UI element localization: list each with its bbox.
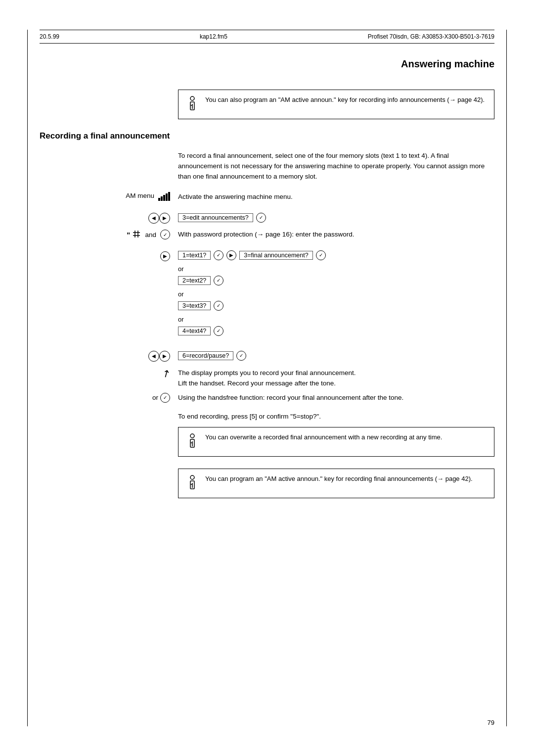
info-icon-3 bbox=[185, 475, 199, 493]
right-border bbox=[506, 30, 507, 726]
play-text1[interactable]: ▶ bbox=[226, 250, 236, 260]
header-product: Profiset 70isdn, GB: A30853-X300-B501-3-… bbox=[368, 33, 494, 40]
info-box-2-text: You can overwrite a recorded final annou… bbox=[205, 432, 442, 442]
step-handsfree-right: Using the handsfree function: record you… bbox=[178, 392, 494, 403]
display-text4: 4=text4? bbox=[178, 327, 211, 335]
header: 20.5.99 kap12.fm5 Profiset 70isdn, GB: A… bbox=[40, 30, 494, 44]
info-box-1: You can also program an "AM active annou… bbox=[178, 90, 494, 119]
left-arrow-btn-2[interactable]: ◀ bbox=[148, 351, 159, 362]
display-text3: 3=text3? bbox=[178, 301, 211, 310]
step-text-options: ▶ 1=text1? ✓ ▶ 3=final announcement? ✓ o… bbox=[40, 249, 494, 338]
hash-icon: " bbox=[127, 231, 130, 239]
handset-line2: Lift the handset. Record your message af… bbox=[178, 378, 336, 389]
svg-point-0 bbox=[190, 96, 194, 100]
left-border bbox=[27, 30, 28, 726]
or-1: or bbox=[178, 265, 184, 273]
page: 20.5.99 kap12.fm5 Profiset 70isdn, GB: A… bbox=[0, 0, 534, 756]
step-handsfree-left: or ✓ bbox=[40, 392, 178, 403]
hash-grid bbox=[132, 230, 141, 240]
step-handset-right: The display prompts you to record your f… bbox=[178, 367, 494, 389]
am-menu-text: Activate the answering machine menu. bbox=[178, 192, 293, 202]
and-text: and bbox=[145, 231, 156, 238]
handset-line1: The display prompts you to record your f… bbox=[178, 368, 356, 378]
info-box-3: You can program an "AM active announ." k… bbox=[178, 469, 494, 498]
confirm-btn-3edit[interactable]: ✓ bbox=[256, 213, 266, 223]
signal-bars bbox=[158, 192, 170, 201]
text1-row: 1=text1? ✓ ▶ 3=final announcement? ✓ bbox=[178, 250, 326, 260]
page-number: 79 bbox=[488, 719, 494, 726]
step-nav-3edit: ◀ ▶ 3=edit announcements? ✓ bbox=[40, 212, 494, 226]
or-2: or bbox=[178, 290, 184, 298]
handset-icon: ↗ bbox=[159, 366, 173, 380]
step-am-menu-right: Activate the answering machine menu. bbox=[178, 191, 494, 202]
info-icon-2 bbox=[185, 433, 199, 451]
step-hash-confirm: " and ✓ With password protection (→ page… bbox=[40, 229, 494, 242]
step-nav-3edit-right: 3=edit announcements? ✓ bbox=[178, 212, 494, 223]
left-arrow-btn[interactable]: ◀ bbox=[148, 213, 159, 224]
text2-row: 2=text2? ✓ bbox=[178, 276, 223, 285]
info-box-1-text: You can also program an "AM active annou… bbox=[205, 95, 485, 105]
page-title: Answering machine bbox=[40, 58, 494, 75]
step-handsfree: or ✓ Using the handsfree function: recor… bbox=[40, 392, 494, 406]
confirm-stop-text: To end recording, press [5] or confirm "… bbox=[178, 413, 494, 420]
play-btn[interactable]: ▶ bbox=[160, 251, 170, 261]
display-text1: 1=text1? bbox=[178, 251, 211, 260]
step-text-options-left: ▶ bbox=[40, 249, 178, 261]
display-record: 6=record/pause? bbox=[178, 351, 233, 360]
step-hash-confirm-left: " and ✓ bbox=[40, 229, 178, 240]
step-am-menu-left: AM menu bbox=[40, 191, 178, 201]
right-arrow-btn-2[interactable]: ▶ bbox=[159, 351, 170, 362]
or-3: or bbox=[178, 316, 184, 323]
display-3edit: 3=edit announcements? bbox=[178, 213, 253, 222]
step-text-options-right: 1=text1? ✓ ▶ 3=final announcement? ✓ or … bbox=[178, 249, 494, 338]
step-am-menu: AM menu Activate the answering machine m… bbox=[40, 191, 494, 205]
step-handset-left: ↗ bbox=[40, 367, 178, 379]
svg-point-12 bbox=[190, 475, 194, 479]
step-handset: ↗ The display prompts you to record your… bbox=[40, 367, 494, 389]
confirm-text2[interactable]: ✓ bbox=[214, 276, 223, 285]
header-filename: kap12.fm5 bbox=[200, 33, 227, 40]
step-record-right: 6=record/pause? ✓ bbox=[178, 350, 494, 361]
confirm-record[interactable]: ✓ bbox=[236, 351, 246, 361]
section-heading: Recording a final announcement bbox=[40, 131, 494, 141]
check-btn[interactable]: ✓ bbox=[160, 230, 170, 239]
or-label: or bbox=[152, 394, 158, 401]
info-icon-1 bbox=[185, 96, 199, 114]
text3-row: 3=text3? ✓ bbox=[178, 301, 223, 311]
svg-point-8 bbox=[190, 434, 194, 438]
step-nav-3edit-left: ◀ ▶ bbox=[40, 212, 178, 224]
display-text2: 2=text2? bbox=[178, 276, 211, 285]
header-date: 20.5.99 bbox=[40, 33, 59, 40]
right-arrow-btn[interactable]: ▶ bbox=[159, 213, 170, 224]
display-final: 3=final announcement? bbox=[239, 251, 312, 260]
text4-row: 4=text4? ✓ bbox=[178, 326, 223, 336]
handsfree-text: Using the handsfree function: record you… bbox=[178, 393, 403, 403]
info-box-3-text: You can program an "AM active announ." k… bbox=[205, 474, 473, 484]
step-record-left: ◀ ▶ bbox=[40, 350, 178, 362]
confirm-final[interactable]: ✓ bbox=[316, 250, 326, 260]
step-hash-confirm-right: With password protection (→ page 16): en… bbox=[178, 229, 494, 239]
am-menu-label: AM menu bbox=[126, 192, 154, 199]
intro-text: To record a final announcement, select o… bbox=[178, 151, 494, 182]
step-record: ◀ ▶ 6=record/pause? ✓ bbox=[40, 350, 494, 364]
confirm-text1[interactable]: ✓ bbox=[214, 250, 223, 260]
confirm-text3[interactable]: ✓ bbox=[214, 301, 223, 311]
password-text: With password protection (→ page 16): en… bbox=[178, 230, 354, 239]
handsfree-btn[interactable]: ✓ bbox=[160, 393, 170, 403]
confirm-text4[interactable]: ✓ bbox=[214, 326, 223, 336]
info-box-2: You can overwrite a recorded final annou… bbox=[178, 427, 494, 457]
